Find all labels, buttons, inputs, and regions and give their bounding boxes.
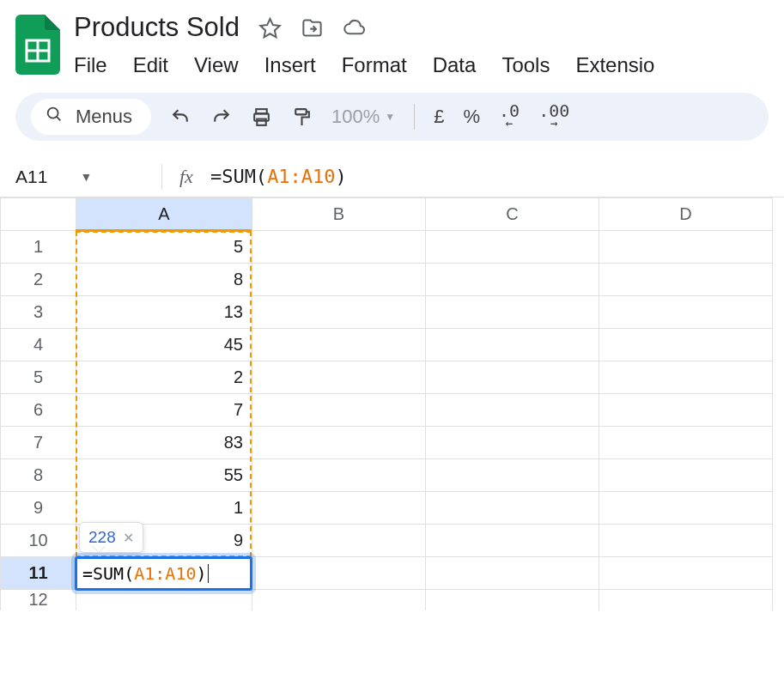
row-header[interactable]: 9 bbox=[1, 492, 76, 525]
formula-input[interactable]: =SUM(A1:A10) bbox=[210, 166, 347, 187]
spreadsheet-grid[interactable]: A B C D 15 28 313 445 52 67 783 855 91 1… bbox=[0, 197, 784, 610]
cell[interactable] bbox=[426, 231, 599, 264]
svg-line-4 bbox=[57, 117, 60, 120]
cell[interactable] bbox=[599, 557, 773, 590]
row-header[interactable]: 10 bbox=[1, 525, 76, 557]
row-header[interactable]: 1 bbox=[1, 231, 76, 264]
cell[interactable]: 7 bbox=[76, 394, 252, 427]
column-header-B[interactable]: B bbox=[252, 198, 426, 231]
cell[interactable] bbox=[252, 427, 426, 459]
move-to-folder-icon[interactable] bbox=[301, 16, 324, 39]
cell[interactable] bbox=[426, 264, 599, 296]
cell[interactable] bbox=[599, 264, 773, 296]
menu-extensions[interactable]: Extensio bbox=[575, 53, 654, 77]
cell[interactable] bbox=[252, 459, 426, 492]
document-title[interactable]: Products Sold bbox=[74, 12, 240, 43]
row-header[interactable]: 4 bbox=[1, 329, 76, 361]
cell[interactable] bbox=[426, 427, 599, 459]
cell[interactable] bbox=[252, 394, 426, 427]
cell[interactable] bbox=[426, 590, 599, 610]
cell[interactable] bbox=[252, 329, 426, 361]
row-header[interactable]: 2 bbox=[1, 264, 76, 296]
cell[interactable] bbox=[252, 590, 426, 610]
cell[interactable] bbox=[426, 394, 599, 427]
percent-format-button[interactable]: % bbox=[463, 106, 480, 128]
cell[interactable] bbox=[599, 459, 773, 492]
cell[interactable] bbox=[252, 296, 426, 329]
cell[interactable]: 45 bbox=[76, 329, 252, 361]
cell[interactable] bbox=[252, 361, 426, 394]
name-box[interactable]: A11 ▼ bbox=[15, 167, 144, 187]
cell[interactable]: 8 bbox=[76, 264, 252, 296]
star-icon[interactable] bbox=[258, 16, 282, 39]
cell[interactable] bbox=[426, 557, 599, 590]
row-header[interactable]: 11 bbox=[1, 557, 76, 590]
menus-search[interactable]: Menus bbox=[31, 99, 151, 135]
menu-tools[interactable]: Tools bbox=[501, 53, 550, 77]
cell[interactable] bbox=[599, 427, 773, 459]
cloud-status-icon[interactable] bbox=[343, 16, 366, 39]
currency-format-button[interactable]: £ bbox=[434, 106, 444, 128]
print-button[interactable] bbox=[251, 106, 272, 128]
cell[interactable] bbox=[252, 492, 426, 525]
cell[interactable] bbox=[426, 296, 599, 329]
redo-button[interactable] bbox=[210, 106, 232, 128]
menu-insert[interactable]: Insert bbox=[264, 53, 316, 77]
svg-point-3 bbox=[48, 108, 58, 118]
cell[interactable] bbox=[599, 329, 773, 361]
chevron-down-icon: ▼ bbox=[385, 111, 395, 123]
formula-result-tooltip: 228 ✕ bbox=[79, 522, 143, 553]
cell[interactable]: 55 bbox=[76, 459, 252, 492]
cell[interactable]: 13 bbox=[76, 296, 252, 329]
cell[interactable] bbox=[599, 361, 773, 394]
cell[interactable] bbox=[599, 296, 773, 329]
cell[interactable] bbox=[252, 557, 426, 590]
menu-view[interactable]: View bbox=[194, 53, 239, 77]
fx-icon: fx bbox=[179, 166, 193, 188]
select-all-corner[interactable] bbox=[1, 198, 76, 231]
cell[interactable] bbox=[599, 394, 773, 427]
sheets-app-icon[interactable] bbox=[14, 12, 62, 77]
cell[interactable] bbox=[76, 590, 252, 610]
cell[interactable]: 5 bbox=[76, 231, 252, 264]
decrease-decimal-button[interactable]: .0← bbox=[499, 105, 520, 129]
cell[interactable] bbox=[599, 492, 773, 525]
cell[interactable]: 83 bbox=[76, 427, 252, 459]
menu-data[interactable]: Data bbox=[433, 53, 477, 77]
cell[interactable] bbox=[426, 492, 599, 525]
cell[interactable] bbox=[426, 459, 599, 492]
row-header[interactable]: 7 bbox=[1, 427, 76, 459]
row-header[interactable]: 5 bbox=[1, 361, 76, 394]
column-header-A[interactable]: A bbox=[76, 198, 252, 231]
cell[interactable] bbox=[599, 525, 773, 557]
zoom-dropdown[interactable]: 100% ▼ bbox=[331, 106, 395, 128]
increase-decimal-button[interactable]: .00→ bbox=[538, 105, 569, 129]
menu-edit[interactable]: Edit bbox=[133, 53, 168, 77]
active-cell-editor[interactable]: =SUM(A1:A10) bbox=[75, 556, 252, 591]
cell[interactable] bbox=[426, 525, 599, 557]
cell[interactable] bbox=[252, 525, 426, 557]
cell[interactable] bbox=[252, 231, 426, 264]
increase-decimal-label: .00 bbox=[538, 105, 569, 117]
row-header[interactable]: 12 bbox=[1, 590, 76, 610]
menu-format[interactable]: Format bbox=[342, 53, 407, 77]
range-header-highlight bbox=[76, 229, 252, 232]
cell[interactable] bbox=[599, 231, 773, 264]
formula-bar: A11 ▼ fx =SUM(A1:A10) bbox=[0, 156, 784, 197]
row-header[interactable]: 3 bbox=[1, 296, 76, 329]
close-icon[interactable]: ✕ bbox=[123, 530, 134, 546]
cell[interactable]: 2 bbox=[76, 361, 252, 394]
menu-file[interactable]: File bbox=[74, 53, 107, 77]
column-header-C[interactable]: C bbox=[426, 198, 599, 231]
cell[interactable] bbox=[426, 361, 599, 394]
cell[interactable]: 1 bbox=[76, 492, 252, 525]
undo-button[interactable] bbox=[170, 106, 191, 128]
row-header[interactable]: 6 bbox=[1, 394, 76, 427]
paint-format-button[interactable] bbox=[291, 106, 313, 128]
menus-label: Menus bbox=[76, 106, 132, 128]
cell[interactable] bbox=[599, 590, 773, 610]
row-header[interactable]: 8 bbox=[1, 459, 76, 492]
cell[interactable] bbox=[426, 329, 599, 361]
column-header-D[interactable]: D bbox=[599, 198, 773, 231]
cell[interactable] bbox=[252, 264, 426, 296]
